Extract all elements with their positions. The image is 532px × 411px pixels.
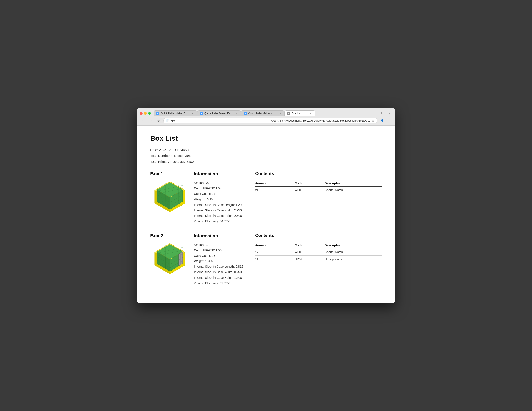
meta-info: Date: 2025-02-19 19:46:27 Total Number o… — [150, 147, 382, 164]
cell-description: Headphones — [325, 256, 382, 263]
box-volume-efficiency: Volume Efficiency: 57.73% — [194, 281, 255, 286]
tab-close-button[interactable]: × — [191, 112, 194, 115]
box-slack-width: Internal Slack in Case Width: 0.750 — [194, 269, 255, 275]
close-window-button[interactable] — [140, 112, 142, 115]
back-button[interactable]: ← — [140, 118, 146, 124]
tab-favicon: ● — [156, 112, 159, 115]
total-boxes-label: Total Number of Boxes: 398 — [150, 153, 382, 159]
information-heading: Information — [194, 171, 255, 176]
minimize-window-button[interactable] — [144, 112, 147, 115]
cell-code: HP02 — [294, 256, 325, 263]
more-options-icon[interactable]: ⋮ — [386, 118, 392, 124]
box-label: Box 2 — [150, 233, 194, 239]
column-header: Amount — [255, 242, 294, 248]
total-packages-label: Total Primary Packages: 7100 — [150, 159, 382, 164]
box-amount: Amount: 23 — [194, 180, 255, 186]
cell-description: Sports Watch — [325, 187, 382, 194]
table-row: 21 W001 Sports Watch — [255, 187, 382, 194]
tab-close-button[interactable]: × — [309, 112, 312, 115]
box-contents: AmountCodeDescription 17 W001 Sports Wat… — [255, 241, 382, 263]
box-slack-width: Internal Slack in Case Width: 2.750 — [194, 208, 255, 213]
box-image — [150, 241, 194, 275]
box-slack-length: Internal Slack in Case Length: 0.815 — [194, 264, 255, 269]
table-row: 11 HP02 Headphones — [255, 256, 382, 263]
cell-description: Sports Watch — [325, 248, 382, 256]
box-body: Amount: 23 Code: FBA20811 54 Case Count:… — [150, 179, 382, 224]
cell-amount: 11 — [255, 256, 294, 263]
address-bar-row: ← → ↻ 📄 File /Users/tsancio/Documents/So… — [137, 116, 395, 125]
contents-heading: Contents — [255, 233, 382, 238]
box-code: Code: FBA20811 55 — [194, 248, 255, 253]
box-section-box2: Box 2 Information Contents — [150, 233, 382, 286]
contents-heading: Contents — [255, 171, 382, 176]
column-header: Amount — [255, 180, 294, 187]
column-header: Code — [294, 180, 325, 187]
contents-table: AmountCodeDescription 21 W001 Sports Wat… — [255, 180, 382, 194]
box-contents: AmountCodeDescription 21 W001 Sports Wat… — [255, 179, 382, 194]
box-slack-length: Internal Slack in Case Length: 1.209 — [194, 202, 255, 208]
tab-tab4[interactable]: ● Box List × — [285, 110, 315, 116]
table-row: 17 W001 Sports Watch — [255, 248, 382, 256]
maximize-window-button[interactable] — [148, 112, 151, 115]
box-code: Code: FBA20811 54 — [194, 186, 255, 191]
address-protocol: File — [171, 119, 270, 122]
browser-menu-icons: 👤 ⋮ — [379, 118, 392, 124]
column-header: Code — [294, 242, 325, 248]
column-header: Description — [325, 180, 382, 187]
tab-bar: ● Quick Pallet Maker Exampl × ● Quick Pa… — [153, 110, 377, 116]
box-header: Box 2 Information Contents — [150, 233, 382, 239]
page-title: Box List — [150, 134, 382, 142]
box-body: Amount: 1 Code: FBA20811 55 Case Count: … — [150, 241, 382, 286]
tab-favicon: ● — [287, 112, 290, 115]
tab-title: Quick Pallet Maker Exampl — [204, 112, 234, 115]
box-slack-height: Internal Slack in Case Height 2.500 — [194, 213, 255, 219]
box-case-count: Case Count: 21 — [194, 191, 255, 197]
column-header: Description — [325, 242, 382, 248]
svg-marker-25 — [166, 257, 170, 271]
box-amount: Amount: 1 — [194, 242, 255, 248]
box-image — [150, 179, 194, 213]
box-weight: Weight: 10.20 — [194, 197, 255, 202]
profile-icon[interactable]: 👤 — [379, 118, 385, 124]
tab-tab3[interactable]: ● Quick Pallet Maker - Loadi × — [241, 110, 285, 116]
information-heading: Information — [194, 233, 255, 238]
address-bar[interactable]: 📄 File /Users/tsancio/Documents/Software… — [163, 118, 377, 123]
new-tab-button[interactable]: + — [378, 110, 384, 116]
page-content: Box List Date: 2025-02-19 19:46:27 Total… — [137, 126, 395, 303]
address-url: /Users/tsancio/Documents/Software/Quick%… — [271, 119, 370, 122]
tab-title: Box List — [292, 112, 308, 115]
cell-amount: 21 — [255, 187, 294, 194]
box-volume-efficiency: Volume Efficiency: 54.70% — [194, 219, 255, 224]
file-icon: 📄 — [166, 119, 169, 122]
forward-button[interactable]: → — [148, 118, 154, 124]
tab-tab1[interactable]: ● Quick Pallet Maker Exampl × — [153, 110, 197, 116]
tab-title: Quick Pallet Maker Exampl — [161, 112, 190, 115]
tab-tab2[interactable]: ● Quick Pallet Maker Exampl × — [197, 110, 241, 116]
reload-button[interactable]: ↻ — [155, 118, 162, 124]
box-header: Box 1 Information Contents — [150, 171, 382, 177]
boxes-container: Box 1 Information Contents — [150, 171, 382, 286]
contents-table: AmountCodeDescription 17 W001 Sports Wat… — [255, 242, 382, 263]
box-slack-height: Internal Slack in Case Height 1.500 — [194, 275, 255, 281]
tab-favicon: ● — [200, 112, 203, 115]
box-label: Box 1 — [150, 171, 194, 177]
browser-window: ● Quick Pallet Maker Exampl × ● Quick Pa… — [137, 108, 395, 303]
tab-overflow-button[interactable]: ⌄ — [386, 110, 392, 116]
box-section-box1: Box 1 Information Contents — [150, 171, 382, 224]
bookmark-icon[interactable]: ☆ — [372, 119, 375, 122]
box-case-count: Case Count: 28 — [194, 253, 255, 258]
cell-code: W001 — [294, 187, 325, 194]
tab-title: Quick Pallet Maker - Loadi — [248, 112, 277, 115]
date-label: Date: 2025-02-19 19:46:27 — [150, 147, 382, 153]
cell-amount: 17 — [255, 248, 294, 256]
tab-favicon: ● — [244, 112, 247, 115]
title-bar: ● Quick Pallet Maker Exampl × ● Quick Pa… — [137, 108, 395, 116]
box-info: Amount: 1 Code: FBA20811 55 Case Count: … — [194, 241, 255, 286]
tab-close-button[interactable]: × — [235, 112, 238, 115]
tab-close-button[interactable]: × — [279, 112, 282, 115]
box-info: Amount: 23 Code: FBA20811 54 Case Count:… — [194, 179, 255, 224]
box-weight: Weight: 10.86 — [194, 258, 255, 264]
traffic-lights — [140, 112, 151, 115]
browser-chrome: ● Quick Pallet Maker Exampl × ● Quick Pa… — [137, 108, 395, 126]
cell-code: W001 — [294, 248, 325, 256]
